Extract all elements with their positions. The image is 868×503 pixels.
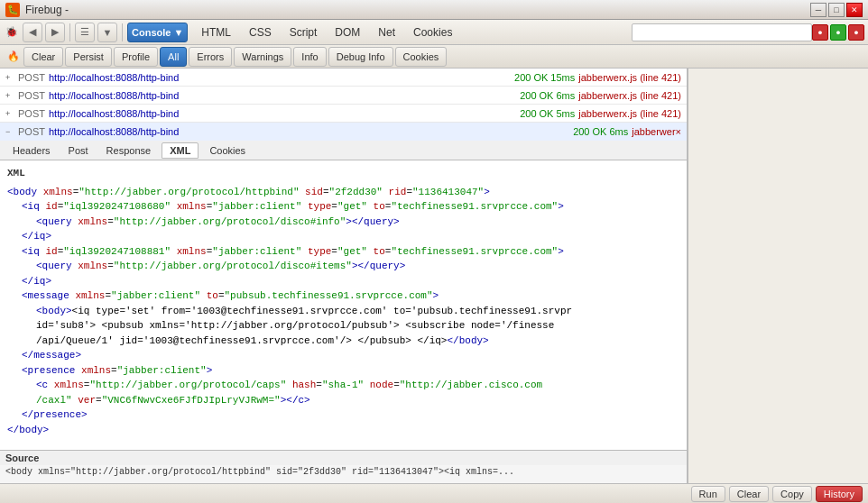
expand-icon: + [5, 73, 14, 82]
sub-tabs-bar: Headers Post Response XML Cookies [0, 141, 687, 160]
copy-button[interactable]: Copy [772, 486, 812, 502]
errors-tab[interactable]: Errors [189, 47, 232, 67]
log-source: jabberwerx.js (line 421) [578, 108, 681, 119]
log-entry[interactable]: + POST http://localhost:8088/http-bind 2… [0, 105, 687, 123]
log-entries-list: + POST http://localhost:8088/http-bind 2… [0, 69, 687, 141]
run-button[interactable]: Run [691, 486, 725, 502]
xml-line: </body> [7, 423, 679, 438]
minimize-button[interactable]: ─ [810, 3, 826, 17]
log-source: jabberwerx.js (line 421) [578, 90, 681, 101]
log-entry[interactable]: + POST http://localhost:8088/http-bind 2… [0, 69, 687, 87]
headers-tab[interactable]: Headers [5, 142, 58, 159]
search-box: ● ● ● [632, 23, 864, 41]
separator-2 [122, 23, 123, 41]
response-tab[interactable]: Response [99, 142, 159, 159]
console-dropdown[interactable]: Console ▼ [127, 23, 188, 42]
menu-script[interactable]: Script [286, 24, 321, 41]
history-button[interactable]: History [816, 486, 863, 502]
window-controls: ─ □ ✕ [810, 3, 863, 17]
dropdown-arrow-icon[interactable]: ▼ [97, 23, 117, 42]
cookies-tab[interactable]: Cookies [395, 47, 448, 67]
forward-button[interactable]: ▶ [45, 23, 65, 42]
close-button[interactable]: ✕ [846, 3, 863, 17]
left-panel: + POST http://localhost:8088/http-bind 2… [0, 69, 688, 483]
xml-line: <query xmlns="http://jabber.org/protocol… [7, 259, 679, 274]
log-url: http://localhost:8088/http-bind [49, 108, 516, 119]
main-container: + POST http://localhost:8088/http-bind 2… [0, 69, 868, 483]
log-url: http://localhost:8088/http-bind [49, 72, 511, 83]
fire-status-icons: ● ● ● [812, 24, 864, 41]
xml-line: </message> [7, 348, 679, 363]
xml-line: </iq> [7, 229, 679, 244]
log-status: 200 OK 15ms [514, 72, 575, 83]
warnings-tab[interactable]: Warnings [234, 47, 291, 67]
log-url: http://localhost:8088/http-bind [49, 126, 569, 137]
profile-tab[interactable]: Profile [114, 47, 158, 67]
source-preview: <body xmlns="http://jabber.org/protocol/… [0, 465, 687, 483]
log-method: POST [18, 108, 45, 119]
xml-section-label: XML [7, 164, 679, 183]
xml-content-area: XML <body xmlns="http://jabber.org/proto… [0, 160, 687, 450]
xml-line: <presence xmlns="jabber:client"> [7, 363, 679, 379]
log-status: 200 OK 6ms [520, 90, 575, 101]
all-tab[interactable]: All [160, 47, 187, 67]
xml-tab[interactable]: XML [162, 142, 199, 159]
search-input[interactable] [632, 23, 812, 41]
xml-line: id='sub8'> <pubsub xmlns='http://jabber.… [7, 318, 679, 334]
cookies-sub-tab[interactable]: Cookies [202, 142, 253, 159]
back-button[interactable]: ◀ [23, 23, 42, 42]
clear-bottom-button[interactable]: Clear [729, 486, 769, 502]
title-bar: 🐛 Firebug - ─ □ ✕ [0, 0, 868, 20]
expand-icon: + [5, 91, 14, 100]
debug-tab[interactable]: Debug Info [328, 47, 393, 67]
bottom-bar: Run Clear Copy History [0, 483, 868, 503]
log-method: POST [18, 126, 45, 137]
warn-icon[interactable]: ● [848, 24, 864, 41]
separator-1 [69, 23, 70, 41]
menu-net[interactable]: Net [374, 24, 399, 41]
xml-line: <iq id="iql3920247108680" xmlns="jabber:… [7, 199, 679, 215]
info-tab[interactable]: Info [293, 47, 326, 67]
xml-line: <message xmlns="jabber:client" to="pubsu… [7, 288, 679, 304]
right-panel-content [688, 69, 868, 483]
menu-icon[interactable]: ☰ [75, 23, 95, 42]
title-text: Firebug - [25, 4, 69, 16]
expand-icon: − [5, 127, 14, 136]
app-icon: 🐛 [5, 3, 20, 17]
main-toolbar: 🐞 ◀ ▶ ☰ ▼ Console ▼ HTML CSS Script DOM … [0, 20, 868, 45]
source-section-label: Source [0, 450, 687, 465]
xml-line: <c xmlns="http://jabber.org/protocol/cap… [7, 378, 679, 393]
xml-line: </iq> [7, 274, 679, 289]
persist-tab[interactable]: Persist [65, 47, 112, 67]
firebug-logo-icon: 🐞 [4, 24, 20, 41]
xml-line: /caxl" ver="VNC6fNwvCxe6FJfDJIpLryVJRwM=… [7, 393, 679, 408]
error-icon[interactable]: ● [812, 24, 828, 41]
log-source: jabberwerx.js (line 421) [578, 72, 681, 83]
right-panel [688, 69, 868, 483]
clear-tab[interactable]: Clear [23, 47, 63, 67]
log-method: POST [18, 90, 45, 101]
xml-line: <body xmlns="http://jabber.org/protocol/… [7, 185, 679, 200]
log-status: 200 OK 6ms [573, 126, 628, 137]
xml-line: <body><iq type='set' from='1003@techfine… [7, 304, 679, 319]
log-method: POST [18, 72, 45, 83]
console-label: Console [132, 27, 171, 38]
log-entry[interactable]: + POST http://localhost:8088/http-bind 2… [0, 87, 687, 105]
xml-line: </presence> [7, 407, 679, 423]
fire-logo-small: 🔥 [5, 49, 22, 65]
xml-line: <query xmlns="http://jabber.org/protocol… [7, 215, 679, 230]
log-entry-expanded[interactable]: − POST http://localhost:8088/http-bind 2… [0, 123, 687, 141]
log-source: jabberwer× [632, 126, 681, 137]
menu-html[interactable]: HTML [198, 24, 235, 41]
menu-cookies[interactable]: Cookies [410, 24, 456, 41]
menu-dom[interactable]: DOM [331, 24, 364, 41]
post-tab[interactable]: Post [61, 142, 96, 159]
log-status: 200 OK 5ms [520, 108, 575, 119]
maximize-button[interactable]: □ [828, 3, 845, 17]
menu-css[interactable]: CSS [245, 24, 275, 41]
xml-line: <iq id="iql3920247108881" xmlns="jabber:… [7, 244, 679, 260]
console-toolbar: 🔥 Clear Persist Profile All Errors Warni… [0, 45, 868, 69]
ok-icon[interactable]: ● [830, 24, 846, 41]
log-url: http://localhost:8088/http-bind [49, 90, 516, 101]
expand-icon: + [5, 109, 14, 118]
